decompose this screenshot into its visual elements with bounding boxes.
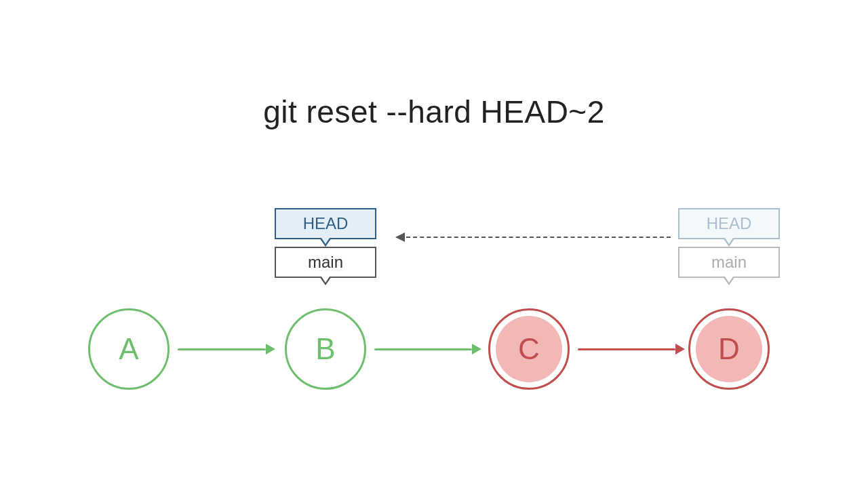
commit-b-label: B	[315, 332, 335, 366]
main-pointer-current: main	[275, 247, 376, 278]
commit-d: D	[688, 308, 770, 390]
git-reset-diagram: git reset --hard HEAD~2 HEAD main HEAD m…	[0, 0, 868, 488]
tag-notch-fill-icon	[725, 277, 733, 283]
head-pointer-current: HEAD	[275, 208, 376, 239]
tag-notch-fill-icon	[321, 277, 330, 283]
arrow-right-head-icon	[675, 344, 685, 354]
main-pointer-previous: main	[678, 247, 780, 278]
arrow-shaft-icon	[578, 348, 675, 350]
main-pointer-previous-label: main	[711, 253, 747, 272]
commit-c-label: C	[518, 332, 540, 366]
head-pointer-previous: HEAD	[678, 208, 780, 239]
tag-notch-fill-icon	[725, 238, 733, 244]
arrow-right-head-icon	[472, 344, 481, 354]
head-pointer-previous-label: HEAD	[707, 214, 752, 233]
commit-c: C	[488, 308, 570, 390]
commit-a-label: A	[119, 332, 138, 366]
arrow-shaft-icon	[374, 348, 472, 350]
arrow-dashed-shaft-icon	[406, 237, 671, 238]
commit-a: A	[88, 308, 170, 390]
diagram-title: git reset --hard HEAD~2	[0, 94, 868, 130]
arrow-shaft-icon	[178, 348, 266, 350]
head-pointer-current-label: HEAD	[303, 214, 349, 233]
commit-b: B	[285, 308, 366, 390]
arrow-right-head-icon	[266, 344, 275, 354]
main-pointer-current-label: main	[308, 253, 343, 272]
commit-d-label: D	[718, 332, 740, 366]
tag-notch-fill-icon	[321, 238, 330, 244]
arrow-left-head-icon	[395, 232, 405, 242]
